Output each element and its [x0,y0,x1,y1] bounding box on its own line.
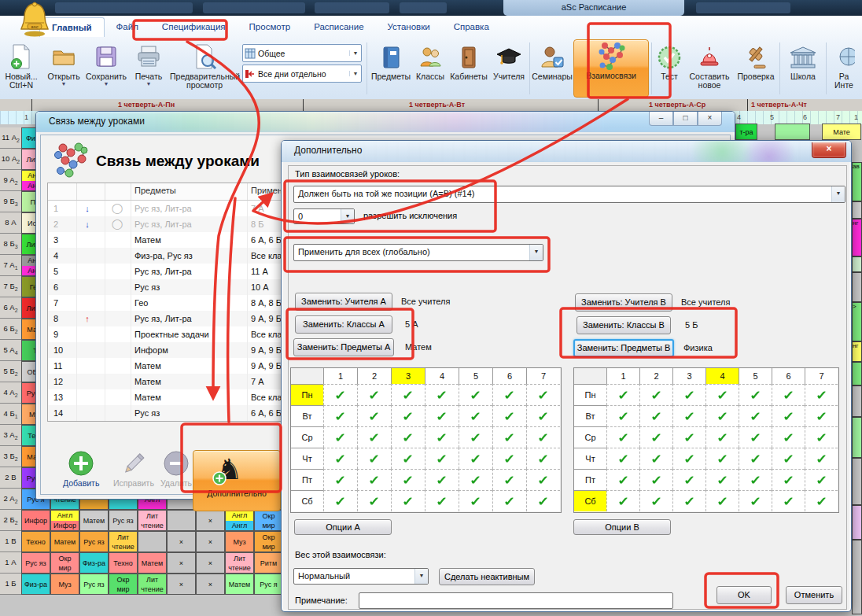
grid-cell[interactable]: ✓ [526,490,560,511]
grid-cell[interactable]: ✓ [425,448,459,469]
subjects-button[interactable]: Предметы [369,38,413,99]
timetable-cell[interactable]: Матем [225,574,254,595]
menu-tab-timetable[interactable]: Расписание [302,17,375,36]
add-link-button[interactable]: Добавить [63,450,99,488]
teachers-button[interactable]: Учителя [490,38,528,99]
timetable-cell[interactable] [775,124,810,140]
timetable-cell[interactable] [138,531,167,552]
weight-select[interactable]: Нормальный▼ [293,568,429,585]
grid-cell[interactable]: ✓ [492,448,526,469]
timetable-cell[interactable]: Муз [225,531,254,552]
grid-day-header[interactable]: Чт [573,448,606,469]
grid-day-header[interactable]: Пт [290,469,323,490]
menu-tab-view[interactable]: Просмотр [238,17,303,36]
grid-cell[interactable]: ✓ [391,405,425,426]
grid-cell[interactable]: ✓ [772,448,805,469]
grid-cell[interactable]: ✓ [391,490,425,511]
timetable-cell[interactable]: × [196,552,225,574]
grid-cell[interactable]: ✓ [672,448,705,469]
timetable-cell[interactable]: Муз [50,574,79,595]
timetable-cell[interactable]: × [196,510,225,531]
grid-period-header[interactable]: 2 [357,367,391,384]
grid-period-header[interactable]: 1 [606,367,639,384]
make-inactive-button[interactable]: Сделать неактивным [439,568,535,585]
check-button[interactable]: Проверка [734,38,778,99]
classes-button[interactable]: Классы [413,38,448,99]
grid-cell[interactable]: ✓ [672,426,705,448]
menu-tab-specification[interactable]: Спецификация [150,17,238,36]
close-button[interactable]: × [698,112,722,126]
grid-day-header[interactable]: Пн [290,384,323,405]
grid-cell[interactable]: ✓ [425,469,459,490]
replace-teachers-b-button[interactable]: Заменить: Учителя B [575,293,672,312]
timetable-cell[interactable]: АнглИнфор [50,510,79,531]
grid-cell[interactable]: ✓ [739,405,772,426]
timetable-cell[interactable]: Лит чтение [109,531,138,552]
grid-cell[interactable]: ✓ [639,490,672,511]
grid-cell[interactable]: ✓ [459,448,492,469]
grid-cell[interactable]: ✓ [639,405,672,426]
grid-cell[interactable]: ✓ [492,384,526,405]
timetable-cell[interactable]: Техно [109,552,138,574]
grid-cell[interactable]: ✓ [805,426,838,448]
timetable-cell[interactable]: Рус яз [109,510,138,531]
grid-day-header[interactable]: Вт [290,405,323,426]
grid-day-header[interactable]: Пн [573,384,606,405]
grid-cell[interactable]: ✓ [492,426,526,448]
delete-link-button[interactable]: Удалить [160,450,192,488]
grid-cell[interactable]: ✓ [323,448,357,469]
generate-new-button[interactable]: Составить новое [685,38,734,99]
grid-cell[interactable]: ✓ [772,469,805,490]
ok-button[interactable]: OK [716,586,772,604]
grid-cell[interactable]: ✓ [357,426,391,448]
grid-cell[interactable]: ✓ [739,490,772,511]
grid-cell[interactable]: ✓ [357,490,391,511]
grid-cell[interactable]: ✓ [805,384,838,405]
apply-scope-select[interactable]: Применить для всех (глобально)▼ [293,244,543,261]
timetable-cell[interactable]: × [196,574,225,595]
timetable-cell[interactable]: Инфор [21,510,50,531]
view-mode-select[interactable]: Общее ▼ [242,44,362,62]
replace-subjects-b-button[interactable]: Заменить: Предметы B [573,339,674,357]
grid-cell[interactable]: ✓ [425,405,459,426]
timetable-cell[interactable]: Окр мир [254,531,283,552]
timetable-cell[interactable]: × [167,531,196,552]
timetable-cell[interactable]: × [196,531,225,552]
timetable-cell[interactable]: Лит чтение [138,574,167,595]
grid-cell[interactable]: ✓ [739,448,772,469]
grid-cell[interactable]: ✓ [391,426,425,448]
grid-cell[interactable]: ✓ [459,426,492,448]
cancel-button[interactable]: Отменить [786,586,842,604]
note-input[interactable] [359,592,673,609]
grid-period-header[interactable]: 5 [459,367,492,384]
options-a-button[interactable]: Опции A [294,519,392,535]
grid-cell[interactable]: ✓ [705,405,739,426]
grid-cell[interactable]: ✓ [492,405,526,426]
grid-cell[interactable]: ✓ [672,384,705,405]
timetable-cell[interactable]: Рус яз [21,552,50,574]
timetable-cell[interactable]: × [167,574,196,595]
grid-period-header[interactable]: 5 [739,367,772,384]
clipped-ribbon-button[interactable]: Ра Инте [828,38,860,99]
grid-cell[interactable]: ✓ [459,405,492,426]
grid-cell[interactable]: ✓ [639,426,672,448]
grid-cell[interactable]: ✓ [705,490,739,511]
options-b-button[interactable]: Опции B [573,519,671,535]
grid-cell[interactable]: ✓ [425,384,459,405]
grid-day-header[interactable]: Сб [573,490,606,511]
lesson-links-titlebar[interactable]: Связь между уроками – □ × [36,112,735,132]
replace-subjects-a-button[interactable]: Заменить: Предметы A [293,338,394,356]
timetable-cell[interactable]: Мате [822,124,861,140]
replace-classes-b-button[interactable]: Заменить: Классы B [577,316,671,334]
timetable-cell[interactable]: Лит чтение [138,510,167,531]
grid-cell[interactable]: ✓ [739,384,772,405]
grid-cell[interactable]: ✓ [705,426,739,448]
timetable-cell[interactable]: Матем [79,510,109,531]
timetable-cell[interactable]: Рус я [254,574,283,595]
grid-cell[interactable]: ✓ [323,490,357,511]
save-button[interactable]: Сохранить ▼ [85,38,127,99]
grid-cell[interactable]: ✓ [639,384,672,405]
grid-cell[interactable]: ✓ [526,405,560,426]
timetable-cell[interactable]: Физ-ра [79,552,109,574]
school-button[interactable]: Школа [782,38,824,99]
